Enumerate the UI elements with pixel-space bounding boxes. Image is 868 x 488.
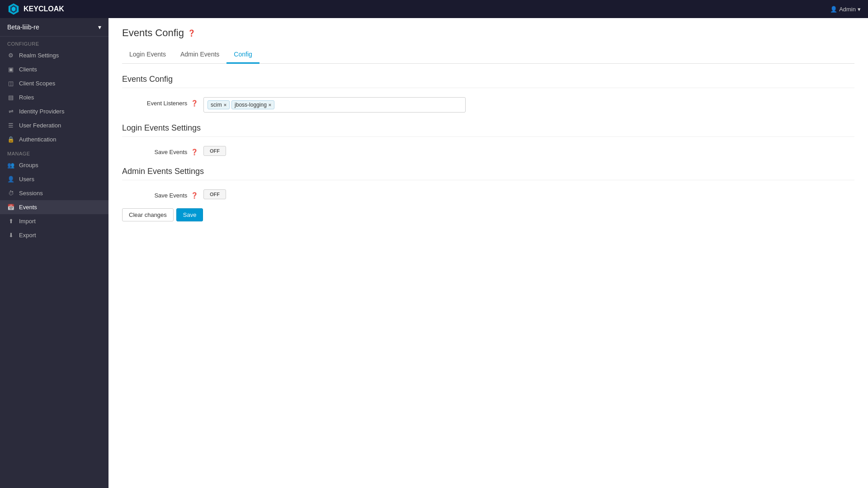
sidebar-item-export-label: Export (19, 232, 36, 239)
user-icon: 👤 (830, 6, 837, 13)
users-icon: 👤 (7, 176, 14, 183)
sidebar-item-import-label: Import (19, 218, 36, 225)
admin-save-events-toggle-label: OFF (204, 189, 226, 199)
brand-label: KEYCLOAK (24, 5, 64, 13)
identity-providers-icon: ⇌ (7, 108, 14, 115)
user-label: Admin (839, 6, 856, 13)
tag-jboss-logging-label: jboss-logging (235, 102, 267, 108)
tag-jboss-logging: jboss-logging × (231, 100, 274, 109)
events-icon: 📅 (7, 204, 14, 211)
login-save-events-help-icon[interactable]: ❓ (191, 149, 198, 155)
event-listeners-control: scim × jboss-logging × (203, 97, 854, 113)
import-icon: ⬆ (7, 218, 14, 225)
clients-icon: ▣ (7, 66, 14, 73)
sidebar-item-sessions-label: Sessions (19, 190, 43, 197)
brand: KEYCLOAK (7, 3, 64, 15)
sidebar-item-authentication-label: Authentication (19, 136, 56, 143)
tab-config[interactable]: Config (226, 46, 259, 64)
login-save-events-label: Save Events ❓ (122, 146, 203, 155)
sidebar-item-users-label: Users (19, 176, 34, 183)
event-listeners-input[interactable]: scim × jboss-logging × (203, 97, 466, 113)
authentication-icon: 🔒 (7, 136, 14, 143)
event-listeners-label: Event Listeners ❓ (122, 97, 203, 107)
sidebar-item-import[interactable]: ⬆ Import (0, 214, 108, 228)
login-save-events-toggle[interactable]: OFF (203, 146, 226, 156)
sidebar-item-realm-settings-label: Realm Settings (19, 52, 59, 59)
sidebar-item-events[interactable]: 📅 Events (0, 200, 108, 214)
tag-scim-label: scim (211, 102, 222, 108)
tag-scim-remove[interactable]: × (224, 102, 226, 108)
sidebar-item-events-label: Events (19, 204, 37, 211)
login-events-settings-title: Login Events Settings (122, 123, 854, 137)
sidebar-item-user-federation-label: User Federation (19, 122, 61, 129)
sidebar-item-realm-settings[interactable]: ⚙ Realm Settings (0, 48, 108, 62)
sidebar-item-users[interactable]: 👤 Users (0, 172, 108, 186)
button-group: Clear changes Save (122, 208, 854, 221)
sidebar-item-roles[interactable]: ▤ Roles (0, 90, 108, 104)
manage-section-label: Manage (0, 146, 108, 158)
export-icon: ⬇ (7, 232, 14, 239)
admin-events-settings-title: Admin Events Settings (122, 167, 854, 180)
help-icon[interactable]: ❓ (188, 29, 195, 37)
realm-settings-icon: ⚙ (7, 52, 14, 59)
configure-section-label: Configure (0, 37, 108, 48)
content-area: Events Config Event Listeners ❓ scim × j… (108, 64, 868, 232)
sidebar: Beta-liiib-re ▾ Configure ⚙ Realm Settin… (0, 18, 108, 488)
sidebar-item-identity-providers-label: Identity Providers (19, 108, 64, 115)
sidebar-item-export[interactable]: ⬇ Export (0, 228, 108, 242)
sidebar-item-user-federation[interactable]: ☰ User Federation (0, 118, 108, 132)
realm-caret-icon: ▾ (98, 23, 101, 31)
sidebar-item-groups[interactable]: 👥 Groups (0, 158, 108, 172)
admin-save-events-label: Save Events ❓ (122, 189, 203, 199)
login-save-events-toggle-label: OFF (204, 146, 226, 156)
admin-save-events-help-icon[interactable]: ❓ (191, 192, 198, 199)
tabs: Login Events Admin Events Config (122, 46, 854, 64)
sidebar-item-clients-label: Clients (19, 66, 37, 73)
sidebar-item-sessions[interactable]: ⏱ Sessions (0, 186, 108, 200)
groups-icon: 👥 (7, 162, 14, 169)
main-content: Events Config ❓ Login Events Admin Event… (108, 18, 868, 488)
keycloak-logo-icon (7, 3, 20, 15)
event-listeners-row: Event Listeners ❓ scim × jboss-logging × (122, 97, 854, 113)
layout: Beta-liiib-re ▾ Configure ⚙ Realm Settin… (0, 18, 868, 488)
sidebar-item-authentication[interactable]: 🔒 Authentication (0, 132, 108, 146)
client-scopes-icon: ◫ (7, 80, 14, 87)
login-save-events-row: Save Events ❓ OFF (122, 146, 854, 156)
user-menu[interactable]: 👤 Admin ▾ (830, 6, 861, 13)
roles-icon: ▤ (7, 94, 14, 101)
realm-selector[interactable]: Beta-liiib-re ▾ (0, 18, 108, 37)
save-button[interactable]: Save (176, 208, 203, 221)
sidebar-item-groups-label: Groups (19, 162, 38, 169)
sidebar-item-identity-providers[interactable]: ⇌ Identity Providers (0, 104, 108, 118)
sidebar-item-client-scopes[interactable]: ◫ Client Scopes (0, 76, 108, 90)
sidebar-item-roles-label: Roles (19, 94, 34, 101)
tag-scim: scim × (208, 100, 230, 109)
tab-admin-events[interactable]: Admin Events (173, 46, 226, 64)
tag-jboss-logging-remove[interactable]: × (269, 102, 271, 108)
user-caret-icon: ▾ (858, 6, 861, 13)
admin-save-events-toggle[interactable]: OFF (203, 189, 226, 199)
navbar: KEYCLOAK 👤 Admin ▾ (0, 0, 868, 18)
page-header: Events Config ❓ (108, 18, 868, 39)
admin-save-events-row: Save Events ❓ OFF (122, 189, 854, 199)
tab-login-events[interactable]: Login Events (122, 46, 173, 64)
realm-name: Beta-liiib-re (7, 23, 39, 31)
sessions-icon: ⏱ (7, 190, 14, 197)
login-save-events-control: OFF (203, 146, 854, 156)
clear-changes-button[interactable]: Clear changes (122, 208, 174, 221)
content-title: Events Config (122, 75, 854, 88)
event-listeners-help-icon[interactable]: ❓ (191, 100, 198, 107)
page-title: Events Config (122, 27, 184, 39)
sidebar-item-client-scopes-label: Client Scopes (19, 80, 55, 87)
admin-save-events-control: OFF (203, 189, 854, 199)
sidebar-item-clients[interactable]: ▣ Clients (0, 62, 108, 76)
user-federation-icon: ☰ (7, 122, 14, 129)
